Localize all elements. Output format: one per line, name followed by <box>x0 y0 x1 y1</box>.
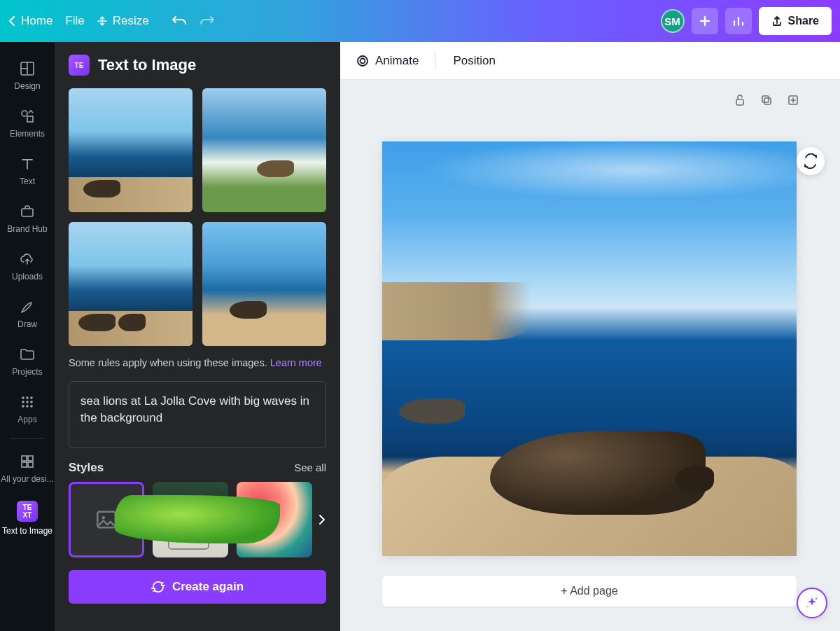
separator <box>10 438 44 439</box>
sparkle-icon <box>804 595 820 611</box>
styles-next-button[interactable] <box>314 511 330 528</box>
canvas-toolbar: Animate Position <box>340 42 840 80</box>
canvas-area[interactable]: + Add page <box>340 80 840 631</box>
panel-title: Text to Image <box>98 56 196 74</box>
file-menu[interactable]: File <box>65 14 84 28</box>
nav-label: Draw <box>18 319 37 329</box>
nav-label: Uploads <box>12 272 43 282</box>
styles-header: Styles See all <box>69 461 326 475</box>
create-again-button[interactable]: Create again <box>69 570 326 604</box>
style-watercolor[interactable] <box>237 482 312 557</box>
prompt-input[interactable]: sea lions at La Jolla Cove with big wave… <box>69 381 326 448</box>
nav-projects[interactable]: Projects <box>0 338 55 385</box>
styles-label: Styles <box>69 461 104 475</box>
undo-button[interactable] <box>172 15 187 27</box>
duplicate-button[interactable] <box>759 92 774 108</box>
generated-image-1[interactable] <box>69 88 192 212</box>
rotate-icon <box>803 153 818 169</box>
home-label: Home <box>21 14 52 28</box>
chart-icon <box>732 15 745 27</box>
svg-point-18 <box>102 516 105 520</box>
svg-point-12 <box>30 405 33 408</box>
nav-brand-hub[interactable]: Brand Hub <box>0 195 55 242</box>
nav-label: Brand Hub <box>7 224 47 234</box>
svg-point-5 <box>26 396 29 399</box>
briefcase-icon <box>19 203 36 220</box>
redo-button[interactable] <box>200 15 215 27</box>
add-page-button[interactable]: + Add page <box>382 576 797 606</box>
top-bar: Home File Resize SM Share <box>0 0 840 42</box>
share-button[interactable]: Share <box>759 7 832 35</box>
page-actions <box>732 92 801 108</box>
separator <box>435 53 436 69</box>
add-page-icon-button[interactable] <box>785 92 801 108</box>
svg-point-11 <box>26 405 29 408</box>
plus-icon <box>699 15 711 27</box>
animate-label: Animate <box>375 54 419 68</box>
resize-icon <box>97 16 107 26</box>
add-page-label: + Add page <box>561 585 617 597</box>
redo-icon <box>200 15 215 27</box>
layout-icon <box>19 60 36 77</box>
svg-rect-16 <box>28 462 33 467</box>
regenerate-icon <box>151 580 165 594</box>
canvas-page[interactable] <box>382 141 797 556</box>
pencil-icon <box>19 298 36 315</box>
panel-header: TE Text to Image <box>55 42 340 83</box>
share-label: Share <box>788 15 819 27</box>
svg-point-4 <box>22 396 24 399</box>
add-member-button[interactable] <box>692 8 718 34</box>
resize-menu[interactable]: Resize <box>97 14 149 28</box>
position-button[interactable]: Position <box>453 54 495 68</box>
nav-uploads[interactable]: Uploads <box>0 242 55 290</box>
magic-assistant-button[interactable] <box>797 588 827 618</box>
svg-point-9 <box>30 401 33 403</box>
chevron-right-icon <box>318 514 326 525</box>
see-all-link[interactable]: See all <box>294 462 326 473</box>
side-panel: TE Text to Image Some rules apply when u… <box>55 42 340 631</box>
nav-rail: Design Elements Text Brand Hub Uploads D… <box>0 42 55 631</box>
rotate-page-button[interactable] <box>797 147 825 175</box>
cloud-upload-icon <box>19 251 36 268</box>
share-icon <box>771 15 783 27</box>
generated-images-grid <box>69 88 326 346</box>
analytics-button[interactable] <box>725 8 752 34</box>
resize-label: Resize <box>113 14 149 28</box>
nav-label: Elements <box>10 129 45 139</box>
svg-point-19 <box>358 56 368 66</box>
learn-more-link[interactable]: Learn more <box>270 357 322 368</box>
grid-icon <box>19 394 36 410</box>
nav-draw[interactable]: Draw <box>0 290 55 338</box>
svg-rect-13 <box>22 456 27 461</box>
animate-button[interactable]: Animate <box>356 54 419 68</box>
nav-label: Design <box>14 81 40 91</box>
svg-rect-23 <box>764 98 771 104</box>
top-left-group: Home File Resize <box>8 14 215 28</box>
nav-design[interactable]: Design <box>0 52 55 99</box>
svg-rect-15 <box>22 462 27 467</box>
nav-text[interactable]: Text <box>0 147 55 195</box>
svg-point-20 <box>360 58 365 63</box>
nav-label: Text <box>20 176 35 186</box>
nav-apps[interactable]: Apps <box>0 385 55 433</box>
position-label: Position <box>453 54 495 68</box>
usage-rules-text: Some rules apply when using these images… <box>69 356 326 371</box>
generated-image-4[interactable] <box>202 222 326 346</box>
nav-text-to-image[interactable]: TEXT Text to Image <box>0 492 55 544</box>
home-link[interactable]: Home <box>8 14 52 28</box>
nav-elements[interactable]: Elements <box>0 99 55 147</box>
generated-image-3[interactable] <box>69 222 192 346</box>
undo-icon <box>172 15 187 27</box>
nav-label: All your desi... <box>1 474 53 484</box>
svg-point-8 <box>26 401 29 403</box>
svg-rect-3 <box>22 209 33 216</box>
unlock-icon <box>734 94 746 106</box>
svg-point-25 <box>816 598 818 600</box>
user-avatar[interactable]: SM <box>661 9 685 33</box>
generated-image-2[interactable] <box>202 88 326 212</box>
text-to-image-icon: TE <box>69 55 90 76</box>
nav-all-designs[interactable]: All your desi... <box>0 445 55 492</box>
animate-icon <box>356 54 370 68</box>
svg-point-6 <box>30 396 33 399</box>
unlock-button[interactable] <box>732 92 748 108</box>
